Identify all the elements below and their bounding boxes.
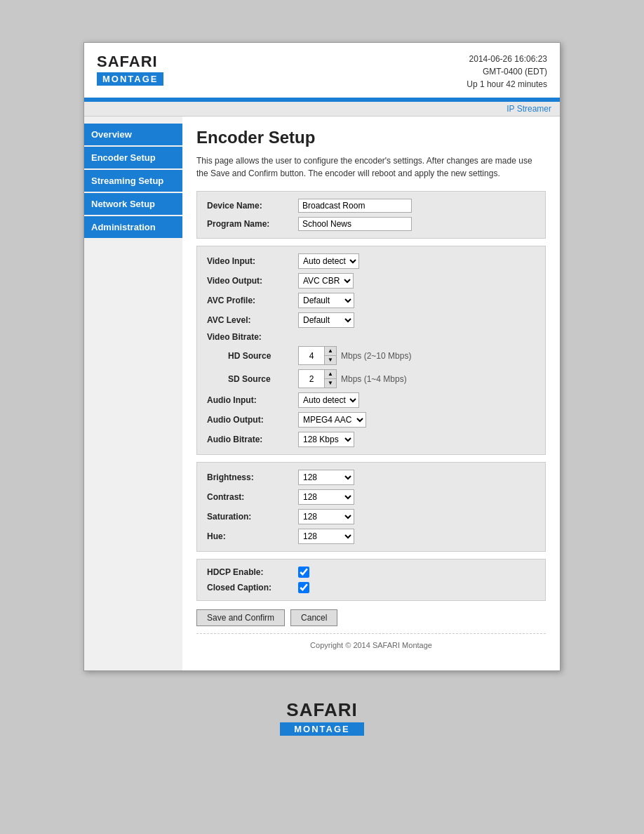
section-video-audio: Video Input: Auto detect HDMI SDI Compos… xyxy=(196,246,546,455)
bottom-logo-safari: SAFARI xyxy=(280,699,364,721)
audio-output-row: Audio Output: MPEG4 AAC MP3 AAC-LC xyxy=(207,412,535,428)
sidebar-item-streaming-setup[interactable]: Streaming Setup xyxy=(84,170,182,192)
uptime-text: Up 1 hour 42 minutes xyxy=(467,78,547,91)
hd-source-up-btn[interactable]: ▲ xyxy=(325,347,336,356)
header: SAFARI MONTAGE 2014-06-26 16:06:23 GMT-0… xyxy=(84,43,560,98)
video-bitrate-label: Video Bitrate: xyxy=(207,332,298,342)
audio-output-select[interactable]: MPEG4 AAC MP3 AAC-LC xyxy=(298,412,366,428)
hd-source-down-btn[interactable]: ▼ xyxy=(325,356,336,364)
page-title: Encoder Setup xyxy=(196,128,546,147)
program-name-input[interactable] xyxy=(298,217,412,231)
sd-source-spinner-btns: ▲ ▼ xyxy=(324,370,336,388)
video-output-select[interactable]: AVC CBR AVC VBR xyxy=(298,273,354,289)
audio-output-label: Audio Output: xyxy=(207,415,298,425)
sd-source-down-btn[interactable]: ▼ xyxy=(325,379,336,388)
bottom-logo-montage: MONTAGE xyxy=(280,722,364,736)
saturation-label: Saturation: xyxy=(207,512,298,522)
sd-source-spinbox: ▲ ▼ xyxy=(298,369,337,388)
video-output-label: Video Output: xyxy=(207,276,298,286)
hue-label: Hue: xyxy=(207,531,298,541)
footer: Copyright © 2014 SAFARI Montage xyxy=(196,633,546,656)
sd-source-row: SD Source ▲ ▼ Mbps (1~4 Mbps) xyxy=(207,369,535,388)
timezone-text: GMT-0400 (EDT) xyxy=(467,65,547,78)
closed-caption-label: Closed Caption: xyxy=(207,583,298,593)
header-info: 2014-06-26 16:06:23 GMT-0400 (EDT) Up 1 … xyxy=(467,53,547,91)
hd-source-input[interactable] xyxy=(299,350,324,362)
hd-source-label: HD Source xyxy=(207,351,298,361)
device-name-label: Device Name: xyxy=(207,201,298,211)
contrast-row: Contrast: 64 96 128 160 192 224 255 xyxy=(207,489,535,505)
sidebar-item-network-setup[interactable]: Network Setup xyxy=(84,193,182,215)
video-input-label: Video Input: xyxy=(207,256,298,266)
sidebar-item-administration[interactable]: Administration xyxy=(84,216,182,238)
brightness-label: Brightness: xyxy=(207,472,298,482)
video-input-select[interactable]: Auto detect HDMI SDI Composite xyxy=(298,253,359,269)
program-name-label: Program Name: xyxy=(207,219,298,229)
audio-input-select[interactable]: Auto detect HDMI SDI Analog xyxy=(298,392,359,408)
avc-profile-select[interactable]: Default Baseline Main High xyxy=(298,293,354,308)
program-name-row: Program Name: xyxy=(207,217,535,231)
contrast-label: Contrast: xyxy=(207,492,298,502)
hdcp-checkbox[interactable] xyxy=(298,567,309,578)
main-layout: Overview Encoder Setup Streaming Setup N… xyxy=(84,117,560,670)
save-confirm-button[interactable]: Save and Confirm xyxy=(196,609,285,626)
logo-montage-bar: MONTAGE xyxy=(97,72,163,86)
logo-safari-text: SAFARI xyxy=(97,53,163,71)
saturation-select[interactable]: 64 96 128 160 192 224 255 xyxy=(298,509,354,524)
hd-source-spinbox: ▲ ▼ xyxy=(298,346,337,365)
content-area: Encoder Setup This page allows the user … xyxy=(182,117,560,670)
avc-profile-label: AVC Profile: xyxy=(207,296,298,305)
audio-input-row: Audio Input: Auto detect HDMI SDI Analog xyxy=(207,392,535,408)
ip-streamer-label: IP Streamer xyxy=(507,104,551,114)
sidebar-item-overview[interactable]: Overview xyxy=(84,124,182,145)
avc-level-row: AVC Level: Default 3.0 3.1 4.0 4.1 xyxy=(207,312,535,328)
section-basic: Device Name: Program Name: xyxy=(196,191,546,239)
closed-caption-row: Closed Caption: xyxy=(207,582,535,593)
ip-streamer-bar: IP Streamer xyxy=(84,102,560,117)
avc-level-select[interactable]: Default 3.0 3.1 4.0 4.1 xyxy=(298,312,354,328)
sd-source-label: SD Source xyxy=(207,374,298,384)
contrast-select[interactable]: 64 96 128 160 192 224 255 xyxy=(298,489,354,505)
audio-bitrate-select[interactable]: 64 Kbps 96 Kbps 128 Kbps 192 Kbps 256 Kb… xyxy=(298,432,354,447)
page-description: This page allows the user to configure t… xyxy=(196,154,546,180)
saturation-row: Saturation: 64 96 128 160 192 224 255 xyxy=(207,509,535,524)
bottom-logo: SAFARI MONTAGE xyxy=(280,699,364,736)
video-input-row: Video Input: Auto detect HDMI SDI Compos… xyxy=(207,253,535,269)
cancel-button[interactable]: Cancel xyxy=(290,609,337,626)
sd-source-input[interactable] xyxy=(299,373,324,385)
device-name-row: Device Name: xyxy=(207,199,535,213)
hue-row: Hue: 64 96 128 160 192 224 255 xyxy=(207,529,535,544)
audio-bitrate-label: Audio Bitrate: xyxy=(207,435,298,444)
audio-input-label: Audio Input: xyxy=(207,395,298,405)
copyright-text: Copyright © 2014 SAFARI Montage xyxy=(310,641,432,649)
avc-profile-row: AVC Profile: Default Baseline Main High xyxy=(207,293,535,308)
closed-caption-checkbox[interactable] xyxy=(298,582,309,593)
brightness-select[interactable]: 64 96 128 160 192 224 255 xyxy=(298,470,354,485)
sd-source-up-btn[interactable]: ▲ xyxy=(325,370,336,379)
sidebar-item-encoder-setup[interactable]: Encoder Setup xyxy=(84,147,182,168)
hdcp-row: HDCP Enable: xyxy=(207,567,535,578)
video-output-row: Video Output: AVC CBR AVC VBR xyxy=(207,273,535,289)
datetime-text: 2014-06-26 16:06:23 xyxy=(467,53,547,65)
video-bitrate-row: Video Bitrate: xyxy=(207,332,535,342)
section-flags: HDCP Enable: Closed Caption: xyxy=(196,559,546,601)
device-name-input[interactable] xyxy=(298,199,412,213)
section-display: Brightness: 64 96 128 160 192 224 255 Co… xyxy=(196,462,546,552)
audio-bitrate-row: Audio Bitrate: 64 Kbps 96 Kbps 128 Kbps … xyxy=(207,432,535,447)
sidebar: Overview Encoder Setup Streaming Setup N… xyxy=(84,117,182,670)
brightness-row: Brightness: 64 96 128 160 192 224 255 xyxy=(207,470,535,485)
hd-source-row: HD Source ▲ ▼ Mbps (2~10 Mbps) xyxy=(207,346,535,365)
hue-select[interactable]: 64 96 128 160 192 224 255 xyxy=(298,529,354,544)
hd-source-spinner-btns: ▲ ▼ xyxy=(324,347,336,364)
logo: SAFARI MONTAGE xyxy=(97,53,163,86)
hd-source-range-label: Mbps (2~10 Mbps) xyxy=(341,351,411,361)
hdcp-label: HDCP Enable: xyxy=(207,567,298,577)
button-row: Save and Confirm Cancel xyxy=(196,609,546,626)
avc-level-label: AVC Level: xyxy=(207,315,298,325)
sd-source-range-label: Mbps (1~4 Mbps) xyxy=(341,374,407,384)
